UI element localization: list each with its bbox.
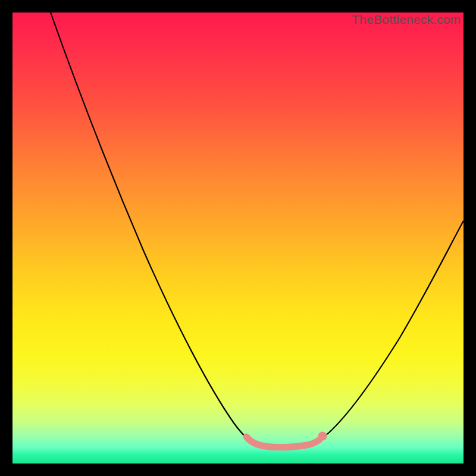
watermark-text: TheBottleneck.com xyxy=(352,12,461,27)
trough-highlight-line xyxy=(246,437,320,447)
plot-area: TheBottleneck.com xyxy=(12,12,464,464)
v-curve-line xyxy=(51,12,464,447)
trough-marker-dot xyxy=(318,432,327,441)
chart-frame: TheBottleneck.com xyxy=(0,0,476,476)
chart-svg xyxy=(12,12,464,464)
